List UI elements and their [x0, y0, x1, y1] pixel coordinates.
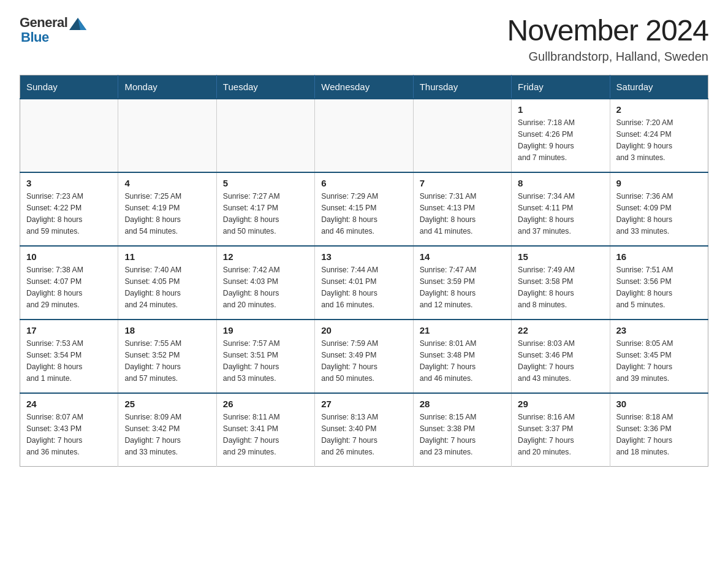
day-number: 11	[124, 251, 210, 262]
day-number: 23	[616, 325, 702, 335]
day-info: Sunrise: 7:23 AMSunset: 4:22 PMDaylight:…	[26, 191, 112, 237]
calendar-cell: 9Sunrise: 7:36 AMSunset: 4:09 PMDaylight…	[610, 172, 708, 246]
day-info: Sunrise: 7:27 AMSunset: 4:17 PMDaylight:…	[223, 191, 308, 237]
logo-mountain-icon	[69, 17, 86, 30]
calendar-cell: 12Sunrise: 7:42 AMSunset: 4:03 PMDayligh…	[216, 246, 314, 320]
day-info: Sunrise: 7:55 AMSunset: 3:52 PMDaylight:…	[124, 338, 210, 385]
day-number: 22	[518, 325, 603, 335]
calendar-cell	[20, 99, 118, 172]
calendar-cell: 2Sunrise: 7:20 AMSunset: 4:24 PMDaylight…	[610, 99, 708, 172]
calendar-week-row: 10Sunrise: 7:38 AMSunset: 4:07 PMDayligh…	[20, 246, 708, 320]
calendar-cell: 14Sunrise: 7:47 AMSunset: 3:59 PMDayligh…	[413, 246, 511, 320]
day-info: Sunrise: 7:29 AMSunset: 4:15 PMDaylight:…	[321, 191, 406, 237]
day-info: Sunrise: 8:16 AMSunset: 3:37 PMDaylight:…	[518, 412, 603, 458]
day-number: 8	[518, 178, 603, 188]
logo-blue-text: Blue	[21, 29, 49, 45]
logo: General Blue	[20, 15, 86, 45]
calendar-cell: 18Sunrise: 7:55 AMSunset: 3:52 PMDayligh…	[118, 320, 216, 393]
day-number: 3	[26, 178, 112, 188]
calendar-cell: 28Sunrise: 8:15 AMSunset: 3:38 PMDayligh…	[413, 393, 511, 467]
day-info: Sunrise: 8:18 AMSunset: 3:36 PMDaylight:…	[616, 412, 702, 458]
day-info: Sunrise: 7:57 AMSunset: 3:51 PMDaylight:…	[223, 338, 308, 385]
day-info: Sunrise: 7:53 AMSunset: 3:54 PMDaylight:…	[26, 338, 112, 385]
calendar-cell: 19Sunrise: 7:57 AMSunset: 3:51 PMDayligh…	[216, 320, 314, 393]
calendar-week-row: 1Sunrise: 7:18 AMSunset: 4:26 PMDaylight…	[20, 99, 708, 172]
weekday-header-thursday: Thursday	[413, 75, 511, 99]
calendar-cell: 13Sunrise: 7:44 AMSunset: 4:01 PMDayligh…	[315, 246, 413, 320]
day-number: 1	[518, 104, 603, 115]
day-info: Sunrise: 8:07 AMSunset: 3:43 PMDaylight:…	[26, 412, 112, 458]
day-info: Sunrise: 7:44 AMSunset: 4:01 PMDaylight:…	[321, 264, 406, 311]
day-info: Sunrise: 8:13 AMSunset: 3:40 PMDaylight:…	[321, 412, 406, 458]
calendar-cell: 8Sunrise: 7:34 AMSunset: 4:11 PMDaylight…	[512, 172, 610, 246]
weekday-header-monday: Monday	[118, 75, 216, 99]
day-info: Sunrise: 7:42 AMSunset: 4:03 PMDaylight:…	[223, 264, 308, 311]
day-info: Sunrise: 7:36 AMSunset: 4:09 PMDaylight:…	[616, 191, 702, 237]
logo-general-text: General	[20, 15, 67, 31]
calendar-cell: 3Sunrise: 7:23 AMSunset: 4:22 PMDaylight…	[20, 172, 118, 246]
day-number: 26	[223, 399, 308, 409]
day-info: Sunrise: 7:49 AMSunset: 3:58 PMDaylight:…	[518, 264, 603, 311]
day-info: Sunrise: 8:05 AMSunset: 3:45 PMDaylight:…	[616, 338, 702, 385]
day-number: 28	[420, 399, 505, 409]
calendar-cell: 1Sunrise: 7:18 AMSunset: 4:26 PMDaylight…	[512, 99, 610, 172]
day-number: 19	[223, 325, 308, 335]
day-info: Sunrise: 7:38 AMSunset: 4:07 PMDaylight:…	[26, 264, 112, 311]
day-number: 18	[124, 325, 210, 335]
day-info: Sunrise: 8:15 AMSunset: 3:38 PMDaylight:…	[420, 412, 505, 458]
calendar-cell: 23Sunrise: 8:05 AMSunset: 3:45 PMDayligh…	[610, 320, 708, 393]
calendar-cell: 24Sunrise: 8:07 AMSunset: 3:43 PMDayligh…	[20, 393, 118, 467]
day-number: 9	[616, 178, 702, 188]
calendar-cell: 5Sunrise: 7:27 AMSunset: 4:17 PMDaylight…	[216, 172, 314, 246]
calendar-cell: 10Sunrise: 7:38 AMSunset: 4:07 PMDayligh…	[20, 246, 118, 320]
day-info: Sunrise: 7:31 AMSunset: 4:13 PMDaylight:…	[420, 191, 505, 237]
day-number: 16	[616, 251, 702, 262]
day-number: 4	[124, 178, 210, 188]
day-number: 24	[26, 399, 112, 409]
weekday-header-tuesday: Tuesday	[216, 75, 314, 99]
day-number: 20	[321, 325, 406, 335]
location-title: Gullbrandstorp, Halland, Sweden	[507, 50, 708, 64]
day-number: 25	[124, 399, 210, 409]
calendar-cell: 16Sunrise: 7:51 AMSunset: 3:56 PMDayligh…	[610, 246, 708, 320]
page-header: General Blue November 2024 Gullbrandstor…	[20, 15, 708, 64]
calendar-cell: 29Sunrise: 8:16 AMSunset: 3:37 PMDayligh…	[512, 393, 610, 467]
calendar-cell: 11Sunrise: 7:40 AMSunset: 4:05 PMDayligh…	[118, 246, 216, 320]
day-number: 6	[321, 178, 406, 188]
calendar-cell: 7Sunrise: 7:31 AMSunset: 4:13 PMDaylight…	[413, 172, 511, 246]
day-number: 17	[26, 325, 112, 335]
day-info: Sunrise: 8:09 AMSunset: 3:42 PMDaylight:…	[124, 412, 210, 458]
day-info: Sunrise: 7:40 AMSunset: 4:05 PMDaylight:…	[124, 264, 210, 311]
day-info: Sunrise: 7:47 AMSunset: 3:59 PMDaylight:…	[420, 264, 505, 311]
calendar-table: SundayMondayTuesdayWednesdayThursdayFrid…	[20, 75, 708, 467]
day-info: Sunrise: 7:25 AMSunset: 4:19 PMDaylight:…	[124, 191, 210, 237]
day-info: Sunrise: 7:51 AMSunset: 3:56 PMDaylight:…	[616, 264, 702, 311]
calendar-cell: 17Sunrise: 7:53 AMSunset: 3:54 PMDayligh…	[20, 320, 118, 393]
calendar-cell: 27Sunrise: 8:13 AMSunset: 3:40 PMDayligh…	[315, 393, 413, 467]
weekday-header-wednesday: Wednesday	[315, 75, 413, 99]
calendar-cell	[216, 99, 314, 172]
day-number: 2	[616, 104, 702, 115]
day-info: Sunrise: 8:01 AMSunset: 3:48 PMDaylight:…	[420, 338, 505, 385]
calendar-cell: 20Sunrise: 7:59 AMSunset: 3:49 PMDayligh…	[315, 320, 413, 393]
calendar-cell: 21Sunrise: 8:01 AMSunset: 3:48 PMDayligh…	[413, 320, 511, 393]
title-block: November 2024 Gullbrandstorp, Halland, S…	[507, 15, 708, 64]
weekday-header-friday: Friday	[512, 75, 610, 99]
calendar-cell: 25Sunrise: 8:09 AMSunset: 3:42 PMDayligh…	[118, 393, 216, 467]
calendar-week-row: 24Sunrise: 8:07 AMSunset: 3:43 PMDayligh…	[20, 393, 708, 467]
day-number: 13	[321, 251, 406, 262]
day-number: 27	[321, 399, 406, 409]
weekday-header-sunday: Sunday	[20, 75, 118, 99]
calendar-cell	[413, 99, 511, 172]
day-number: 5	[223, 178, 308, 188]
calendar-week-row: 3Sunrise: 7:23 AMSunset: 4:22 PMDaylight…	[20, 172, 708, 246]
calendar-cell	[118, 99, 216, 172]
calendar-cell: 30Sunrise: 8:18 AMSunset: 3:36 PMDayligh…	[610, 393, 708, 467]
weekday-header-saturday: Saturday	[610, 75, 708, 99]
calendar-week-row: 17Sunrise: 7:53 AMSunset: 3:54 PMDayligh…	[20, 320, 708, 393]
day-info: Sunrise: 8:11 AMSunset: 3:41 PMDaylight:…	[223, 412, 308, 458]
calendar-cell: 26Sunrise: 8:11 AMSunset: 3:41 PMDayligh…	[216, 393, 314, 467]
day-info: Sunrise: 7:34 AMSunset: 4:11 PMDaylight:…	[518, 191, 603, 237]
calendar-cell	[315, 99, 413, 172]
day-info: Sunrise: 7:59 AMSunset: 3:49 PMDaylight:…	[321, 338, 406, 385]
